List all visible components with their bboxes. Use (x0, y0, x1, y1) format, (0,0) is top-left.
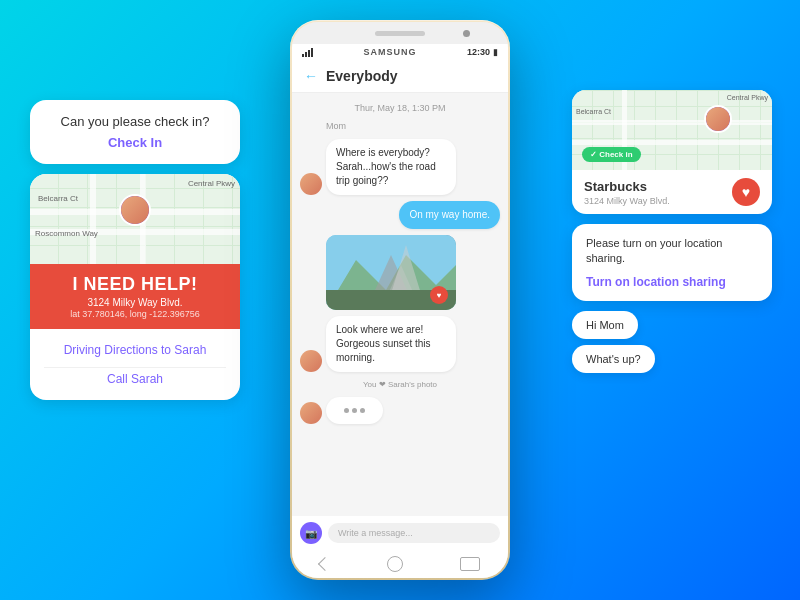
location-address: 3124 Milky Way Blvd. (584, 196, 670, 206)
avatar-mom (300, 173, 322, 195)
right-panel: Central Pkwy Belcarra Ct ✓ Check in Star… (572, 90, 772, 373)
card-actions: Driving Directions to Sarah Call Sarah (30, 329, 240, 400)
message-bubble-2: On my way home. (399, 201, 500, 229)
phone-body: SAMSUNG 12:30 ▮ ← Everybody Thur, May 18… (290, 20, 510, 580)
message-bubble-3: Look where we are! Gorgeous sunset this … (326, 316, 456, 372)
status-icons: 12:30 ▮ (467, 47, 498, 57)
sos-coords: lat 37.780146, long -122.396756 (40, 309, 230, 319)
map-label-belcarra: Belcarra Ct (38, 194, 78, 203)
location-info: Starbucks 3124 Milky Way Blvd. ♥ (572, 170, 772, 214)
chat-header: ← Everybody (292, 60, 508, 93)
chat-date: Thur, May 18, 1:30 PM (300, 103, 500, 113)
sos-area: I NEED HELP! 3124 Milky Way Blvd. lat 37… (30, 264, 240, 329)
home-nav-button[interactable] (387, 556, 403, 572)
chat-body: Thur, May 18, 1:30 PM Mom Where is every… (292, 93, 508, 516)
small-bubbles: Hi Mom What's up? (572, 311, 772, 373)
bubble-hi-mom: Hi Mom (572, 311, 638, 339)
location-card: Central Pkwy Belcarra Ct Roscommon Way I… (30, 174, 240, 400)
favorite-button[interactable]: ♥ (732, 178, 760, 206)
check-in-map-card: Central Pkwy Belcarra Ct ✓ Check in Star… (572, 90, 772, 214)
back-nav-button[interactable] (318, 557, 332, 571)
turn-on-location-button[interactable]: Turn on location sharing (586, 275, 758, 289)
chat-title: Everybody (326, 68, 398, 84)
camera-icon[interactable]: 📷 (300, 522, 322, 544)
recent-nav-button[interactable] (460, 557, 480, 571)
avatar (121, 196, 149, 224)
phone-screen: SAMSUNG 12:30 ▮ ← Everybody Thur, May 18… (292, 22, 508, 578)
you-react-label: You ❤ Sarah's photo (300, 380, 500, 389)
right-map-area: Central Pkwy Belcarra Ct ✓ Check in (572, 90, 772, 170)
back-arrow-icon[interactable]: ← (304, 68, 318, 84)
right-map-label-central: Central Pkwy (727, 94, 768, 101)
typing-indicator (334, 401, 375, 420)
check-in-bubble: Can you please check in? Check In (30, 100, 240, 164)
message-row-typing (300, 397, 500, 424)
check-in-question: Can you please check in? (46, 114, 224, 129)
check-in-button[interactable]: Check In (46, 135, 224, 150)
starbucks-info: Starbucks 3124 Milky Way Blvd. (584, 179, 670, 206)
phone-top-bar (292, 22, 508, 44)
check-in-badge: ✓ Check in (582, 147, 641, 162)
avatar-typing (300, 402, 322, 424)
heart-react-icon[interactable]: ♥ (430, 286, 448, 304)
typing-bubble (326, 397, 383, 424)
phone-speaker (375, 31, 425, 36)
message-row-3: Look where we are! Gorgeous sunset this … (300, 316, 500, 372)
bubble-whats-up: What's up? (572, 345, 655, 373)
phone: SAMSUNG 12:30 ▮ ← Everybody Thur, May 18… (290, 20, 510, 580)
call-button[interactable]: Call Sarah (44, 367, 226, 390)
map-label-roscommon: Roscommon Way (35, 229, 98, 238)
message-bubble-1: Where is everybody? Sarah...how's the ro… (326, 139, 456, 195)
phone-camera (463, 30, 470, 37)
signal-icon (302, 48, 313, 57)
phone-bottom-bar (292, 550, 508, 578)
message-row-1: Where is everybody? Sarah...how's the ro… (300, 139, 500, 195)
battery-icon: ▮ (493, 47, 498, 57)
directions-button[interactable]: Driving Directions to Sarah (44, 339, 226, 361)
map-pin (119, 194, 151, 226)
status-bar: SAMSUNG 12:30 ▮ (292, 44, 508, 60)
right-map-label-belcarra: Belcarra Ct (576, 108, 611, 115)
message-row-2: On my way home. (300, 201, 500, 229)
brand-label: SAMSUNG (363, 47, 416, 57)
location-sharing-text: Please turn on your location sharing. (586, 236, 758, 267)
map-label-central: Central Pkwy (188, 179, 235, 188)
map-preview: Central Pkwy Belcarra Ct Roscommon Way (30, 174, 240, 264)
message-input[interactable]: Write a message... (328, 523, 500, 543)
right-map-pin (704, 105, 732, 133)
avatar-sarah (300, 350, 322, 372)
right-avatar (706, 107, 730, 131)
chat-input-area: 📷 Write a message... (292, 516, 508, 550)
chat-image: ♥ (326, 235, 456, 310)
msg-sender-label: Mom (300, 121, 500, 131)
sos-address: 3124 Milky Way Blvd. (40, 297, 230, 308)
sos-title: I NEED HELP! (40, 274, 230, 295)
location-name: Starbucks (584, 179, 670, 194)
status-time: 12:30 (467, 47, 490, 57)
location-sharing-bubble: Please turn on your location sharing. Tu… (572, 224, 772, 301)
left-panel: Can you please check in? Check In Centra… (30, 100, 240, 400)
